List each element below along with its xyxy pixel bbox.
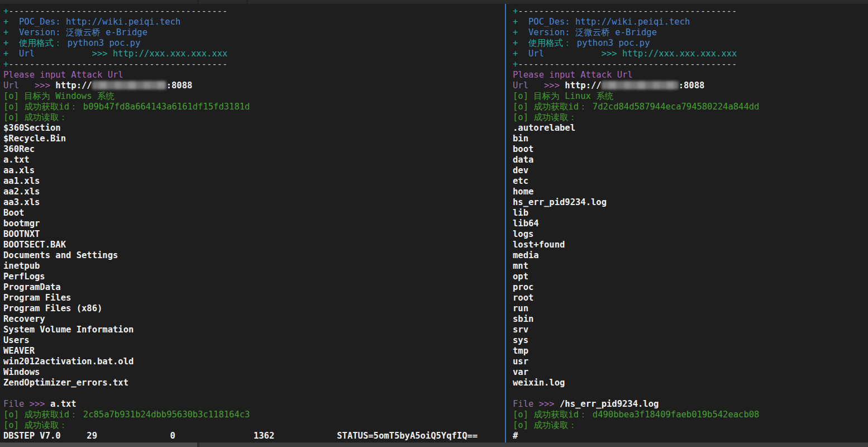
- text-segment: [o] 成功获取id： d490bbea3f18409faeb019b542ea…: [513, 410, 759, 420]
- terminal-line: Program Files (x86): [3, 303, 502, 314]
- text-segment: +: [3, 17, 8, 27]
- text-segment: [8, 38, 19, 48]
- text-segment: :8088: [166, 80, 193, 91]
- text-segment: [o] 成功读取：: [3, 112, 68, 122]
- text-segment: root: [513, 293, 533, 303]
- text-segment: lib64: [513, 218, 539, 229]
- text-segment: [o] 目标为 Linux 系统: [513, 91, 613, 101]
- text-segment: POC_Des: http://wiki.peiqi.tech: [528, 17, 690, 27]
- text-segment: +: [513, 17, 518, 27]
- terminal-line: $360Section: [3, 123, 502, 134]
- terminal-line: + Url >>> http://xxx.xxx.xxx.xxx: [3, 49, 502, 59]
- text-segment: Program Files (x86): [3, 303, 102, 313]
- text-segment: [544, 49, 602, 59]
- text-segment: etc: [513, 176, 528, 186]
- terminal-line: 360Rec: [3, 144, 502, 155]
- terminal-line: a.txt: [3, 155, 502, 165]
- text-segment: http://: [565, 80, 601, 91]
- split-content: +---------------------------------------…: [0, 4, 868, 443]
- text-segment: File: [3, 399, 24, 409]
- terminal-line: ZendOptimizer_errors.txt: [3, 378, 502, 388]
- terminal-line: BOOTSECT.BAK: [3, 240, 502, 250]
- text-segment: run: [513, 303, 528, 313]
- terminal-line: [o] 目标为 Linux 系统: [513, 91, 868, 102]
- terminal-line: aa2.xls: [3, 187, 502, 197]
- terminal-line: win2012activation.bat.old: [3, 356, 502, 367]
- terminal-line: lib: [513, 208, 868, 218]
- text-segment: [50, 80, 55, 91]
- terminal-line: lost+found: [513, 240, 868, 250]
- split-divider[interactable]: [502, 4, 509, 443]
- terminal-line: etc: [513, 176, 868, 187]
- terminal-line: [o] 成功获取id： 7d2cd84d587944eca794580224a8…: [513, 102, 868, 112]
- text-segment: [518, 17, 528, 27]
- text-segment: #: [513, 431, 518, 441]
- text-segment: tmp: [513, 346, 528, 356]
- text-segment: +: [513, 49, 518, 59]
- text-segment: >>>: [35, 80, 50, 91]
- text-segment: [8, 49, 19, 59]
- text-segment: 使用格式：: [528, 38, 572, 48]
- terminal-line: lib64: [513, 218, 868, 229]
- text-segment: ----------------------------------------…: [518, 6, 737, 16]
- terminal-line: run: [513, 303, 868, 314]
- terminal-line: Users: [3, 335, 502, 346]
- text-segment: >>> http://xxx.xxx.xxx.xxx: [92, 49, 228, 59]
- terminal-line: aa3.xls: [3, 197, 502, 208]
- terminal-line: .autorelabel: [513, 123, 868, 134]
- terminal-line: Boot: [3, 208, 502, 218]
- text-segment: [24, 399, 29, 409]
- text-segment: [555, 399, 560, 409]
- text-segment: [8, 27, 19, 37]
- text-segment: System Volume Information: [3, 325, 133, 335]
- text-segment: $360Section: [3, 123, 61, 133]
- text-segment: Please input Attack Url: [513, 70, 633, 80]
- terminal-line: [o] 成功读取：: [513, 420, 868, 431]
- text-segment: python3 poc.py: [63, 38, 141, 48]
- text-segment: Boot: [3, 208, 24, 218]
- terminal-line: Program Files: [3, 293, 502, 303]
- text-segment: sbin: [513, 314, 533, 324]
- terminal-pane-left[interactable]: +---------------------------------------…: [0, 4, 502, 443]
- terminal-line: sbin: [513, 314, 868, 325]
- terminal-line: [o] 成功读取：: [3, 420, 502, 431]
- terminal-line: BOOTNXT: [3, 229, 502, 240]
- text-segment: [528, 80, 544, 91]
- terminal-line: ProgramData: [3, 282, 502, 293]
- text-segment: Program Files: [3, 293, 71, 303]
- terminal-line: Documents and Settings: [3, 250, 502, 261]
- text-segment: [518, 38, 528, 48]
- terminal-line: [513, 388, 868, 399]
- terminal-line: [o] 成功获取id： b09b47fd8a664143a6161df15fd3…: [3, 102, 502, 112]
- text-segment: [o] 成功获取id： b09b47fd8a664143a6161df15fd3…: [3, 102, 250, 112]
- text-segment: aa1.xls: [3, 176, 40, 186]
- terminal-line: File >>> a.txt: [3, 399, 502, 410]
- text-segment: [533, 399, 538, 409]
- redacted-ip-blur: [602, 81, 679, 89]
- text-segment: DBSTEP V7.0 29 0 1362 STATUS=5omT5byA5oi…: [3, 431, 478, 441]
- terminal-line: + 使用格式： python3 poc.py: [513, 38, 868, 49]
- text-segment: Documents and Settings: [3, 250, 118, 260]
- text-segment: BOOTSECT.BAK: [3, 240, 66, 250]
- text-segment: weixin.log: [513, 378, 565, 388]
- terminal-line: [o] 成功获取id： 2c85a7b931b24dbb95630b3c1181…: [3, 410, 502, 420]
- terminal-line: [o] 目标为 Windows 系统: [3, 91, 502, 102]
- terminal-line: aa1.xls: [3, 176, 502, 187]
- terminal-line: Windows: [3, 367, 502, 378]
- text-segment: [45, 399, 50, 409]
- text-segment: [35, 49, 92, 59]
- text-segment: [o] 成功读取：: [3, 420, 68, 430]
- terminal-pane-right[interactable]: +---------------------------------------…: [509, 4, 868, 443]
- text-segment: [o] 成功读取：: [513, 420, 577, 430]
- terminal-line: hs_err_pid9234.log: [513, 197, 868, 208]
- text-segment: python3 poc.py: [572, 38, 650, 48]
- window-bottom-edge: [0, 443, 868, 447]
- text-segment: win2012activation.bat.old: [3, 356, 133, 367]
- text-segment: var: [513, 367, 528, 377]
- text-segment: +: [513, 6, 518, 16]
- redacted-ip-blur: [92, 81, 166, 89]
- text-segment: File: [513, 399, 533, 409]
- text-segment: [8, 17, 19, 27]
- text-segment: [19, 80, 35, 91]
- text-segment: Users: [3, 335, 30, 345]
